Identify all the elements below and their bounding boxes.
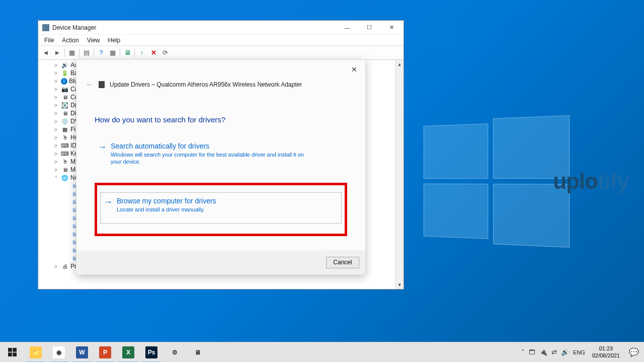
expand-arrow-icon[interactable]: > [52,103,59,108]
menu-bar: File Action View Help [38,35,404,46]
windows-logo-icon [8,348,17,356]
app-icon [42,24,49,31]
dialog-breadcrumb: ← Update Drivers – Qualcomm Atheros AR95… [86,80,302,89]
system-tray[interactable]: ˄ 🗔 🔌 ⇄ 🔊 ENG [518,348,588,356]
photoshop-icon: Ps [145,346,157,358]
watermark: uplotify [553,169,629,194]
nav-fwd-icon[interactable]: ► [52,47,63,58]
device-category-icon: 💿 [61,118,69,125]
titlebar[interactable]: Device Manager — ☐ ✕ [38,21,404,35]
device-category-icon: 🔊 [61,61,69,68]
expand-arrow-icon[interactable]: > [52,79,59,84]
taskbar-app-powerpoint[interactable]: P [94,342,117,363]
dialog-close-button[interactable]: ✕ [345,62,363,77]
expand-arrow-icon[interactable]: > [52,119,59,124]
tray-network-icon[interactable]: ⇄ [551,348,557,356]
menu-action[interactable]: Action [58,36,83,45]
expand-arrow-icon[interactable]: ˅ [52,175,59,181]
desktop-windows-logo [424,115,570,242]
device-category-icon: ▦ [61,126,69,133]
back-arrow-icon[interactable]: ← [86,80,94,89]
device-category-icon: 🔋 [61,69,69,77]
update-driver-icon[interactable]: 🖥 [122,47,133,58]
scan-hardware-icon[interactable]: ⟳ [159,47,171,58]
taskbar-app-excel[interactable]: X [117,342,140,363]
maximize-button[interactable]: ☐ [358,21,380,34]
expand-arrow-icon[interactable]: > [52,264,59,269]
close-button[interactable]: ✕ [380,21,403,34]
device-category-icon: 🖨 [61,263,69,270]
powerpoint-icon: P [99,346,111,358]
help-icon[interactable]: ? [96,47,107,58]
device-category-icon: 📷 [61,86,69,93]
expand-arrow-icon[interactable]: > [52,151,59,157]
expand-arrow-icon[interactable]: > [52,70,59,76]
window-title: Device Manager [52,24,96,31]
option-browse-computer[interactable]: → Browse my computer for drivers Locate … [95,183,347,236]
scrollbar[interactable]: ▲ ▼ [395,60,404,289]
tray-language[interactable]: ENG [573,349,585,355]
expand-arrow-icon[interactable]: > [52,135,59,140]
taskbar-clock[interactable]: 01:23 02/08/2021 [588,345,624,358]
toolbar: ◄ ► ▦ ▤ ? ▦ 🖥 ↑ ✕ ⟳ [38,46,404,60]
enable-device-icon[interactable]: ↑ [136,47,147,58]
action-center-button[interactable]: 💬 [624,342,644,363]
notification-icon: 💬 [629,347,639,357]
devmgr-icon: 🖥 [192,346,204,358]
expand-arrow-icon[interactable]: > [52,167,59,173]
chrome-icon: ◉ [53,346,65,358]
nav-back-icon[interactable]: ◄ [40,47,51,58]
option-title: Search automatically for drivers [111,142,312,150]
option-desc: Locate and install a driver manually. [117,206,216,213]
option-desc: Windows will search your computer for th… [111,151,312,166]
menu-view[interactable]: View [83,36,104,45]
menu-help[interactable]: Help [104,36,125,45]
show-hide-tree-icon[interactable]: ▦ [66,47,77,58]
taskbar: 📁◉WPXPs⚙🖥 ˄ 🗔 🔌 ⇄ 🔊 ENG 01:23 02/08/2021… [0,342,644,362]
scroll-up-icon[interactable]: ▲ [395,60,404,68]
update-drivers-dialog: ✕ ← Update Drivers – Qualcomm Atheros AR… [76,59,366,275]
svg-rect-3 [13,352,17,356]
taskbar-app-photoshop[interactable]: Ps [140,342,163,363]
taskbar-app-chrome[interactable]: ◉ [47,342,70,363]
scan-icon[interactable]: ▦ [107,47,118,58]
option-search-automatically[interactable]: → Search automatically for drivers Windo… [95,139,347,171]
start-button[interactable] [0,342,24,363]
menu-file[interactable]: File [40,36,58,45]
device-category-icon: 🌐 [61,174,69,181]
tray-power-icon[interactable]: 🔌 [539,348,547,356]
taskbar-app-devmgr[interactable]: 🖥 [186,342,209,363]
expand-arrow-icon[interactable]: > [52,111,59,116]
tray-battery-icon[interactable]: 🗔 [529,348,535,356]
expand-arrow-icon[interactable]: > [52,62,59,68]
settings-icon: ⚙ [169,346,181,358]
device-icon [99,81,105,88]
scroll-down-icon[interactable]: ▼ [395,280,404,289]
taskbar-app-word[interactable]: W [70,342,94,363]
device-category-icon: ⌨ [61,142,69,149]
tray-chevron-icon[interactable]: ˄ [521,348,525,356]
clock-date: 02/08/2021 [592,352,620,359]
device-category-icon: 🖥 [61,166,69,173]
device-category-icon: ᛒ [61,78,67,85]
device-category-icon: 🖥 [61,110,69,117]
expand-arrow-icon[interactable]: > [52,95,59,100]
minimize-button[interactable]: — [336,21,358,34]
tray-volume-icon[interactable]: 🔊 [561,348,569,356]
uninstall-device-icon[interactable]: ✕ [148,47,159,58]
clock-time: 01:23 [592,345,620,352]
expand-arrow-icon[interactable]: > [52,159,59,165]
expand-arrow-icon[interactable]: > [52,143,59,149]
arrow-right-icon: → [104,197,113,213]
properties-icon[interactable]: ▤ [81,47,92,58]
cancel-button[interactable]: Cancel [326,257,359,268]
expand-arrow-icon[interactable]: > [52,87,59,92]
dialog-title: Update Drivers – Qualcomm Atheros AR956x… [110,81,302,88]
taskbar-app-settings[interactable]: ⚙ [163,342,186,363]
taskbar-app-explorer[interactable]: 📁 [24,342,47,363]
expand-arrow-icon[interactable]: > [52,127,59,132]
device-category-icon: 🖱 [61,158,69,165]
option-title: Browse my computer for drivers [117,197,216,205]
word-icon: W [76,346,88,358]
svg-rect-0 [8,348,12,352]
